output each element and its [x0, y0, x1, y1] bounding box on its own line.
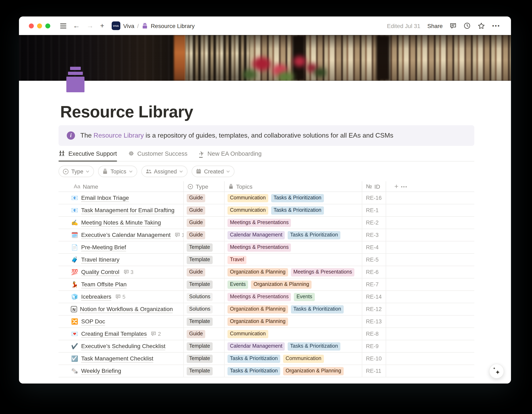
sidebar-menu-icon[interactable]: [60, 23, 66, 28]
row-id-cell[interactable]: RE-16: [362, 192, 386, 204]
row-name-link[interactable]: Creating Email Templates: [81, 330, 147, 338]
row-type-cell[interactable]: Template: [183, 340, 224, 352]
row-topics-cell[interactable]: CommunicationTasks & Prioritization: [224, 204, 362, 216]
tab-new-ea-onboarding[interactable]: ✈New EA Onboarding: [199, 146, 262, 161]
row-type-cell[interactable]: Guide: [183, 192, 224, 204]
row-type-cell[interactable]: Guide: [183, 266, 224, 278]
new-page-icon[interactable]: +: [100, 22, 104, 29]
comment-count[interactable]: 3: [124, 269, 133, 275]
row-id-cell[interactable]: RE-9: [362, 340, 386, 352]
row-id-cell[interactable]: RE-14: [362, 291, 386, 303]
row-id-cell[interactable]: RE-4: [362, 241, 386, 253]
notion-ai-button[interactable]: ✦✦: [489, 364, 504, 379]
filter-assigned[interactable]: Assigned: [141, 166, 188, 177]
close-window-button[interactable]: [29, 23, 34, 28]
row-type-cell[interactable]: Guide: [183, 217, 224, 229]
page-icon-archive[interactable]: [65, 67, 86, 92]
row-topics-cell[interactable]: Organization & PlanningMeetings & Presen…: [224, 266, 362, 278]
row-type-cell[interactable]: Template: [183, 353, 224, 365]
comment-count[interactable]: 5: [115, 294, 125, 300]
breadcrumb-page[interactable]: Resource Library: [151, 22, 195, 29]
filter-type[interactable]: Type: [58, 166, 94, 177]
row-topics-cell[interactable]: Tasks & PrioritizationOrganization & Pla…: [224, 365, 362, 377]
row-name-link[interactable]: Weekly Briefing: [81, 367, 121, 375]
row-topics-cell[interactable]: Calendar ManagementTasks & Prioritizatio…: [224, 340, 362, 352]
row-id-cell[interactable]: RE-8: [362, 328, 386, 340]
row-id-cell[interactable]: RE-6: [362, 266, 386, 278]
row-topics-cell[interactable]: Meetings & PresentationsEvents: [224, 291, 362, 303]
row-type-cell[interactable]: Template: [183, 365, 224, 377]
row-name-link[interactable]: Email Inbox Triage: [81, 194, 129, 202]
comment-count[interactable]: 2: [151, 331, 161, 337]
row-name-link[interactable]: Meeting Notes & Minute Taking: [81, 219, 161, 226]
row-topics-cell[interactable]: CommunicationTasks & Prioritization: [224, 192, 362, 204]
row-name-link[interactable]: Task Management Checklist: [81, 355, 153, 362]
row-type-cell[interactable]: Guide: [183, 204, 224, 216]
callout-page-link[interactable]: Resource Library: [94, 132, 144, 139]
row-name-link[interactable]: Notion for Workflows & Organization: [80, 305, 173, 313]
row-type-cell[interactable]: Guide: [183, 328, 224, 340]
cover-image[interactable]: [19, 35, 511, 81]
back-icon[interactable]: ←: [73, 22, 80, 29]
row-type-cell[interactable]: Template: [183, 316, 224, 328]
row-topics-cell[interactable]: Travel: [224, 254, 362, 266]
tab-customer-success[interactable]: ☸Customer Success: [128, 146, 187, 161]
column-header-id[interactable]: № ID: [362, 181, 386, 192]
tab-executive-support[interactable]: Executive Support: [58, 146, 117, 161]
row-topics-cell[interactable]: Meetings & Presentations: [224, 241, 362, 253]
workspace-logo[interactable]: VIVA: [112, 21, 120, 30]
row-name-link[interactable]: Executive’s Scheduling Checklist: [81, 343, 165, 350]
row-type-cell[interactable]: Solutions: [183, 303, 224, 315]
row-topics-cell[interactable]: Tasks & PrioritizationCommunication: [224, 353, 362, 365]
row-type-cell[interactable]: Template: [183, 278, 224, 291]
row-id-cell[interactable]: RE-10: [362, 353, 386, 365]
table-more-icon[interactable]: •••: [401, 184, 408, 189]
row-type-cell[interactable]: Solutions: [183, 291, 224, 303]
row-id-cell[interactable]: RE-7: [362, 278, 386, 291]
filter-label: Assigned: [154, 168, 177, 174]
row-id-cell[interactable]: RE-1: [362, 204, 386, 216]
row-topics-cell[interactable]: EventsOrganization & Planning: [224, 278, 362, 291]
column-header-type[interactable]: Type: [183, 181, 224, 192]
row-topics-cell[interactable]: Meetings & Presentations: [224, 217, 362, 229]
add-property-icon[interactable]: +: [394, 183, 399, 190]
favorite-star-icon[interactable]: [478, 22, 485, 29]
more-options-icon[interactable]: •••: [492, 23, 500, 28]
history-icon[interactable]: [464, 22, 471, 29]
minimize-window-button[interactable]: [37, 23, 42, 28]
row-name-link[interactable]: Team Offsite Plan: [81, 281, 127, 288]
column-header-name[interactable]: Aa Name: [58, 181, 183, 192]
column-header-topics[interactable]: Topics: [224, 181, 362, 192]
filter-topics[interactable]: Topics: [98, 166, 137, 177]
row-name-link[interactable]: Icebreakers: [81, 293, 111, 301]
row-topics-cell[interactable]: Organization & PlanningTasks & Prioritiz…: [224, 303, 362, 315]
page-title[interactable]: Resource Library: [60, 102, 474, 121]
topic-badge: Communication: [228, 330, 268, 338]
filter-bar: TypeTopicsAssignedCreated: [58, 166, 474, 177]
share-button[interactable]: Share: [427, 22, 443, 29]
row-id-cell[interactable]: RE-11: [362, 365, 386, 377]
row-name-link[interactable]: SOP Doc: [81, 318, 105, 325]
row-id-cell[interactable]: RE-2: [362, 217, 386, 229]
comments-icon[interactable]: [450, 22, 457, 29]
row-name-link[interactable]: Executive’s Calendar Management: [81, 231, 171, 239]
row-type-cell[interactable]: Template: [183, 254, 224, 266]
row-type-cell[interactable]: Guide: [183, 229, 224, 241]
row-name-link[interactable]: Task Management for Email Drafting: [81, 207, 174, 214]
row-topics-cell[interactable]: Calendar ManagementTasks & Prioritizatio…: [224, 229, 362, 241]
page-body: Resource Library i The Resource Library …: [19, 35, 511, 384]
row-id-cell[interactable]: RE-13: [362, 316, 386, 328]
breadcrumb-workspace[interactable]: Viva: [123, 22, 134, 29]
row-name-link[interactable]: Travel Itinerary: [81, 256, 120, 263]
comment-count[interactable]: 1: [175, 232, 183, 238]
row-topics-cell[interactable]: Communication: [224, 328, 362, 340]
row-id-cell[interactable]: RE-5: [362, 254, 386, 266]
zoom-window-button[interactable]: [45, 23, 50, 28]
row-topics-cell[interactable]: Organization & Planning: [224, 316, 362, 328]
row-id-cell[interactable]: RE-12: [362, 303, 386, 315]
row-name-link[interactable]: Quality Control: [81, 268, 119, 276]
row-id-cell[interactable]: RE-3: [362, 229, 386, 241]
filter-created[interactable]: Created: [192, 166, 235, 177]
row-name-link[interactable]: Pre-Meeting Brief: [81, 244, 126, 251]
row-type-cell[interactable]: Template: [183, 241, 224, 253]
